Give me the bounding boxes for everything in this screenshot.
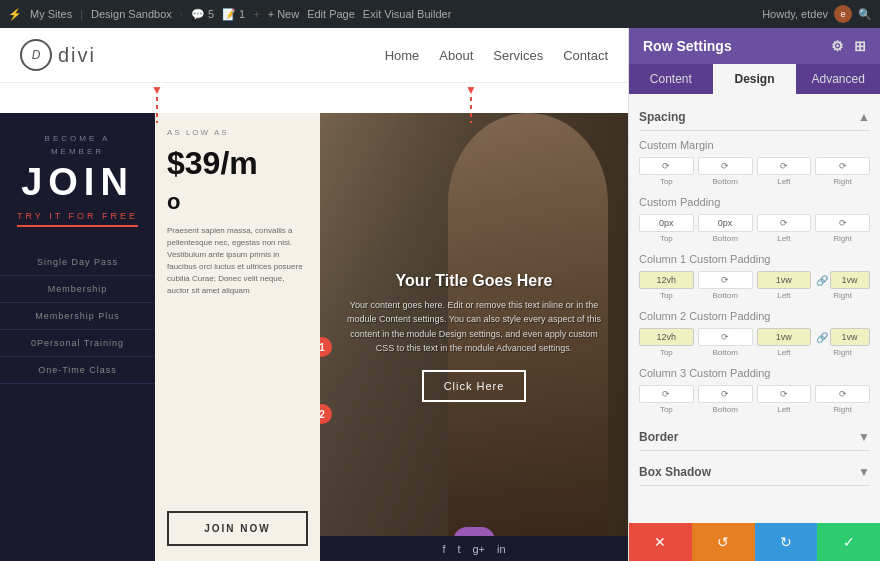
col3-bottom-input[interactable] (698, 385, 753, 403)
comments-icon[interactable]: 💬 5 (191, 8, 214, 21)
edit-page-link[interactable]: Edit Page (307, 8, 355, 20)
col3-padding-group: Column 3 Custom Padding Top Bottom Le (639, 367, 870, 414)
click-here-button[interactable]: Click Here (422, 370, 527, 402)
col2-bottom-label: Bottom (712, 348, 737, 357)
margin-bottom-field: Bottom (698, 157, 753, 186)
search-icon[interactable]: 🔍 (858, 8, 872, 21)
col1-right-input[interactable] (830, 271, 870, 289)
undo-button[interactable]: ↺ (692, 523, 755, 561)
col2-top-input[interactable] (639, 328, 694, 346)
settings-icon[interactable]: ⚙ (831, 38, 844, 54)
margin-right-field: Right (815, 157, 870, 186)
content-grid: BECOME A MEMBER JOIN TRY IT FOR FREE Sin… (0, 83, 628, 561)
design-sandbox-link[interactable]: Design Sandbox (91, 8, 172, 20)
spacing-chevron[interactable]: ▲ (858, 110, 870, 124)
margin-top-field: Top (639, 157, 694, 186)
col1-top-input[interactable] (639, 271, 694, 289)
site-preview: D divi Home About Services Contact ▼ ▼ (0, 28, 628, 561)
right-panel-overlay: Your Title Goes Here Your content goes h… (320, 113, 628, 561)
padding-left-field: Left (757, 214, 812, 243)
box-shadow-chevron[interactable]: ▼ (858, 465, 870, 479)
padding-top-input[interactable] (639, 214, 694, 232)
col1-left-field: Left (757, 271, 812, 300)
right-panel: Your Title Goes Here Your content goes h… (320, 113, 628, 561)
border-header: Border ▼ (639, 424, 870, 451)
cancel-button[interactable]: ✕ (629, 523, 692, 561)
padding-bottom-input[interactable] (698, 214, 753, 232)
col1-bottom-input[interactable] (698, 271, 753, 289)
col3-left-label: Left (777, 405, 790, 414)
linkedin-icon[interactable]: in (497, 543, 506, 555)
margin-top-label: Top (660, 177, 673, 186)
tab-design[interactable]: Design (713, 64, 797, 94)
col2-padding-fields: Top Bottom Left 🔗 (639, 328, 870, 357)
nav-about[interactable]: About (439, 48, 473, 63)
col2-left-input[interactable] (757, 328, 812, 346)
save-button[interactable]: ✓ (817, 523, 880, 561)
howdy-label: Howdy, etdev (762, 8, 828, 20)
spacing-label: Spacing (639, 110, 686, 124)
col1-padding-group: Column 1 Custom Padding Top Bottom Le (639, 253, 870, 300)
nav-contact[interactable]: Contact (563, 48, 608, 63)
col3-top-field: Top (639, 385, 694, 414)
twitter-icon[interactable]: t (457, 543, 460, 555)
split-icon[interactable]: ⊞ (854, 38, 866, 54)
join-now-button[interactable]: JOIN NOW (167, 511, 308, 546)
padding-left-label: Left (777, 234, 790, 243)
new-link[interactable]: + New (268, 8, 300, 20)
settings-tabs: Content Design Advanced (629, 64, 880, 94)
overlay-text: Your content goes here. Edit or remove t… (340, 298, 608, 356)
col3-padding-fields: Top Bottom Left Right (639, 385, 870, 414)
my-sites-link[interactable]: My Sites (30, 8, 72, 20)
list-item[interactable]: 0Personal Training (0, 330, 155, 357)
redo-button[interactable]: ↻ (755, 523, 818, 561)
nav-services[interactable]: Services (493, 48, 543, 63)
list-item[interactable]: One-Time Class (0, 357, 155, 384)
logo-text: divi (58, 44, 96, 67)
exit-builder-link[interactable]: Exit Visual Builder (363, 8, 451, 20)
border-chevron[interactable]: ▼ (858, 430, 870, 444)
list-item[interactable]: Single Day Pass (0, 249, 155, 276)
padding-top-field: Top (639, 214, 694, 243)
col2-top-field: Top (639, 328, 694, 357)
margin-left-input[interactable] (757, 157, 812, 175)
wp-icon[interactable]: ⚡ (8, 8, 22, 21)
padding-left-input[interactable] (757, 214, 812, 232)
facebook-icon[interactable]: f (442, 543, 445, 555)
logo-icon: D (20, 39, 52, 71)
margin-bottom-input[interactable] (698, 157, 753, 175)
col2-right-input[interactable] (830, 328, 870, 346)
col1-padding-fields: Top Bottom Left 🔗 (639, 271, 870, 300)
list-item[interactable]: Membership Plus (0, 303, 155, 330)
settings-body: Spacing ▲ Custom Margin Top Bottom (629, 94, 880, 523)
social-bar: f t g+ in (320, 536, 628, 561)
col2-bottom-input[interactable] (698, 328, 753, 346)
col3-padding-label: Column 3 Custom Padding (639, 367, 870, 379)
tab-advanced[interactable]: Advanced (796, 64, 880, 94)
spacing-header: Spacing ▲ (639, 104, 870, 131)
custom-margin-label: Custom Margin (639, 139, 870, 151)
col3-right-input[interactable] (815, 385, 870, 403)
overlay-title: Your Title Goes Here (396, 272, 553, 290)
col1-top-label: Top (660, 291, 673, 300)
join-text: JOIN (10, 163, 145, 201)
border-section: Border ▼ (639, 424, 870, 451)
price-header: AS LOW AS (167, 128, 308, 137)
margin-top-input[interactable] (639, 157, 694, 175)
become-member: BECOME A MEMBER JOIN TRY IT FOR FREE (0, 133, 155, 249)
padding-right-input[interactable] (815, 214, 870, 232)
col3-left-input[interactable] (757, 385, 812, 403)
tab-content[interactable]: Content (629, 64, 713, 94)
list-item[interactable]: Membership (0, 276, 155, 303)
col1-left-input[interactable] (757, 271, 812, 289)
nav-home[interactable]: Home (385, 48, 420, 63)
col2-padding-group: Column 2 Custom Padding Top Bottom Le (639, 310, 870, 357)
margin-right-input[interactable] (815, 157, 870, 175)
user-avatar[interactable]: e (834, 5, 852, 23)
col3-top-input[interactable] (639, 385, 694, 403)
site-navigation: D divi Home About Services Contact (0, 28, 628, 83)
notes-icon[interactable]: 📝 1 (222, 8, 245, 21)
padding-right-field: Right (815, 214, 870, 243)
become-text: BECOME A MEMBER (10, 133, 145, 159)
google-icon[interactable]: g+ (473, 543, 486, 555)
